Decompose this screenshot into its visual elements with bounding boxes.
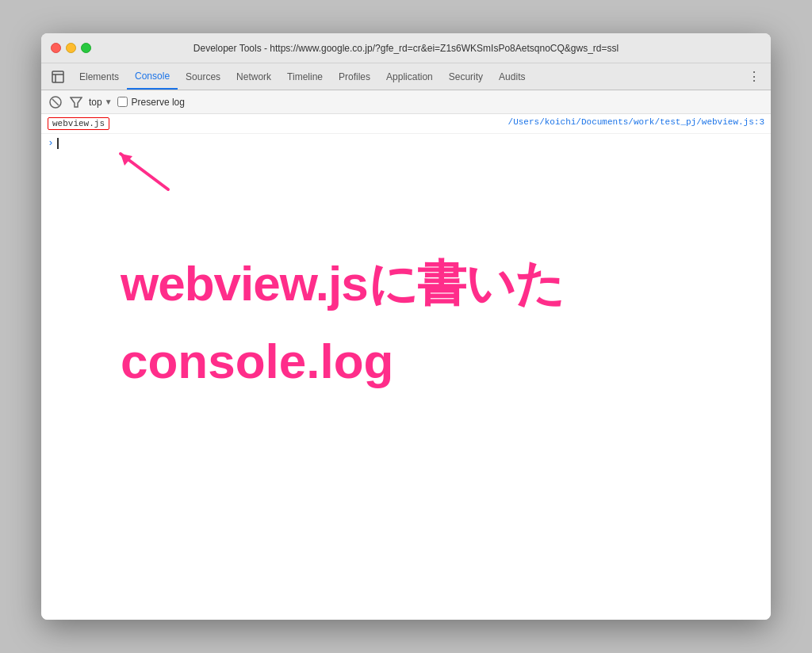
tab-elements[interactable]: Elements xyxy=(71,63,127,90)
prompt-cursor xyxy=(57,138,59,149)
preserve-log-checkbox[interactable] xyxy=(117,97,128,107)
traffic-lights xyxy=(51,43,91,53)
maximize-button[interactable] xyxy=(81,43,91,53)
context-selector[interactable]: top ▼ xyxy=(89,97,113,108)
context-label: top xyxy=(89,97,102,108)
svg-marker-5 xyxy=(71,97,82,107)
prompt-chevron-icon: › xyxy=(48,137,54,149)
tab-sources[interactable]: Sources xyxy=(178,63,228,90)
tab-bar-left xyxy=(48,63,68,90)
main-text-line1: webview.jsに書いた xyxy=(121,257,731,311)
title-bar: Developer Tools - https://www.google.co.… xyxy=(41,33,771,63)
log-entry-row: webview.js /Users/koichi/Documents/work/… xyxy=(41,114,771,134)
svg-rect-0 xyxy=(52,71,63,82)
log-source-badge[interactable]: webview.js xyxy=(48,117,109,130)
svg-line-6 xyxy=(121,154,168,189)
svg-marker-7 xyxy=(121,154,132,166)
tab-console[interactable]: Console xyxy=(127,63,178,90)
preserve-log-toggle[interactable]: Preserve log xyxy=(117,97,185,108)
tab-profiles[interactable]: Profiles xyxy=(331,63,378,90)
tab-security[interactable]: Security xyxy=(441,63,491,90)
chevron-down-icon: ▼ xyxy=(105,97,113,106)
inspect-icon[interactable] xyxy=(48,67,68,87)
main-text-area: webview.jsに書いた console.log xyxy=(121,257,731,388)
console-toolbar: top ▼ Preserve log xyxy=(41,90,771,114)
tab-timeline[interactable]: Timeline xyxy=(279,63,331,90)
filter-icon[interactable] xyxy=(68,94,84,110)
tab-audits[interactable]: Audits xyxy=(491,63,533,90)
main-text-line2: console.log xyxy=(121,334,731,388)
tab-application[interactable]: Application xyxy=(378,63,441,90)
tab-network[interactable]: Network xyxy=(228,63,279,90)
close-button[interactable] xyxy=(51,43,61,53)
console-content: webview.js /Users/koichi/Documents/work/… xyxy=(41,114,771,620)
more-options-icon[interactable]: ⋮ xyxy=(744,67,764,87)
tab-bar-right: ⋮ xyxy=(744,63,764,90)
log-file-reference[interactable]: /Users/koichi/Documents/work/test_pj/web… xyxy=(508,117,764,127)
devtools-window: Developer Tools - https://www.google.co.… xyxy=(41,33,771,620)
preserve-log-label: Preserve log xyxy=(132,97,185,108)
window-title: Developer Tools - https://www.google.co.… xyxy=(193,43,619,54)
minimize-button[interactable] xyxy=(66,43,76,53)
console-prompt-row[interactable]: › xyxy=(41,134,771,152)
tab-bar: Elements Console Sources Network Timelin… xyxy=(41,63,771,90)
svg-line-4 xyxy=(52,99,59,105)
clear-console-icon[interactable] xyxy=(48,94,63,110)
